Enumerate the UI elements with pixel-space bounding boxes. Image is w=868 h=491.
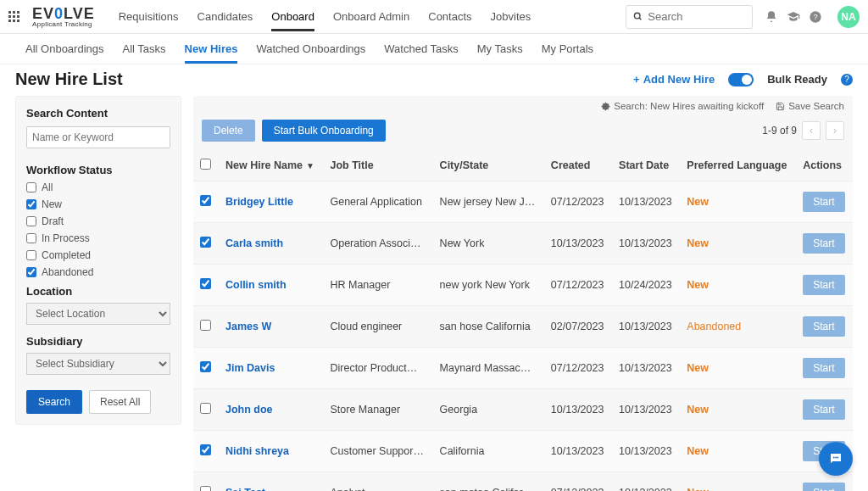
subnav-my-portals[interactable]: My Portals (542, 42, 593, 64)
table-row: Bridgey LittleGeneral ApplicationNew jer… (193, 181, 853, 223)
hire-name-link[interactable]: Collin smith (225, 279, 287, 291)
status-completed[interactable]: Completed (26, 249, 170, 261)
next-page-button[interactable]: › (826, 121, 844, 140)
svg-point-5 (835, 457, 837, 459)
subsidiary-select[interactable]: Select Subsidiary (26, 353, 170, 375)
col-lang[interactable]: Preferred Language (680, 150, 796, 181)
col-city[interactable]: City/State (433, 150, 544, 181)
status-checkbox[interactable] (26, 267, 36, 277)
status-checkbox[interactable] (26, 199, 36, 209)
col-job[interactable]: Job Title (323, 150, 432, 181)
col-created[interactable]: Created (544, 150, 612, 181)
main-panel: Search: New Hires awaiting kickoff Save … (193, 96, 853, 491)
select-all-checkbox[interactable] (200, 159, 211, 170)
nav-onboard-admin[interactable]: Onboard Admin (333, 2, 409, 31)
status-checkbox[interactable] (26, 250, 36, 260)
start-button[interactable]: Start (803, 233, 844, 254)
table-row: John doeStore ManagerGeorgia10/13/202310… (193, 389, 853, 431)
table-row: Sai TestAnalystsan mateo Califor…07/12/2… (193, 472, 853, 492)
help-icon[interactable]: ? (809, 10, 822, 24)
cell-created: 07/12/2023 (544, 181, 612, 223)
start-button[interactable]: Start (803, 483, 844, 491)
subnav-watched-tasks[interactable]: Watched Tasks (384, 42, 458, 64)
start-button[interactable]: Start (803, 358, 844, 378)
subnav-my-tasks[interactable]: My Tasks (477, 42, 523, 64)
user-avatar[interactable]: NA (837, 6, 860, 28)
cell-start: 10/13/2023 (612, 306, 680, 348)
subnav-all-tasks[interactable]: All Tasks (123, 42, 166, 64)
bulk-ready-help-icon[interactable]: ? (841, 74, 853, 86)
status-badge: Abandoned (687, 321, 741, 332)
start-button[interactable]: Start (803, 399, 844, 420)
status-badge: New (687, 404, 709, 416)
row-checkbox[interactable] (200, 195, 211, 206)
row-checkbox[interactable] (200, 486, 211, 491)
status-in-process[interactable]: In Process (26, 232, 170, 244)
hire-name-link[interactable]: John doe (225, 404, 273, 416)
save-search-link[interactable]: Save Search (776, 101, 844, 111)
keyword-input[interactable] (26, 126, 170, 148)
hire-name-link[interactable]: Carla smith (225, 237, 283, 249)
status-new[interactable]: New (26, 198, 170, 210)
subnav-all-onboardings[interactable]: All Onboardings (25, 42, 104, 64)
status-checkbox[interactable] (26, 233, 36, 243)
status-checkbox[interactable] (26, 216, 36, 226)
row-checkbox[interactable] (200, 403, 211, 414)
subnav-watched-onboardings[interactable]: Watched Onboardings (256, 42, 365, 64)
status-abandoned[interactable]: Abandoned (26, 266, 170, 278)
cell-created: 10/13/2023 (544, 431, 612, 472)
cell-created: 10/13/2023 (544, 223, 612, 265)
nav-jobvites[interactable]: Jobvites (491, 2, 531, 31)
cell-start: 10/13/2023 (612, 431, 680, 472)
graduation-icon[interactable] (787, 10, 800, 24)
row-checkbox[interactable] (200, 278, 211, 289)
page-info: 1-9 of 9 (762, 125, 797, 137)
row-checkbox[interactable] (200, 320, 211, 331)
col-name[interactable]: New Hire Name▼ (219, 150, 323, 181)
col-start[interactable]: Start Date (612, 150, 680, 181)
active-search-label[interactable]: Search: New Hires awaiting kickoff (601, 101, 764, 111)
search-button[interactable]: Search (26, 390, 82, 414)
hire-name-link[interactable]: Nidhi shreya (225, 445, 289, 457)
subsidiary-heading: Subsidiary (26, 335, 170, 348)
global-search[interactable] (626, 5, 753, 29)
add-new-hire-link[interactable]: +Add New Hire (633, 73, 715, 86)
subnav-new-hires[interactable]: New Hires (185, 42, 238, 64)
nav-onboard[interactable]: Onboard (271, 2, 314, 31)
hire-name-link[interactable]: Sai Test (225, 487, 265, 491)
cell-city: New York (433, 223, 544, 265)
row-checkbox[interactable] (200, 237, 211, 248)
cell-job: Analyst (323, 472, 432, 492)
location-select[interactable]: Select Location (26, 303, 170, 325)
nav-candidates[interactable]: Candidates (198, 2, 253, 31)
page-title: New Hire List (15, 70, 123, 89)
cell-start: 10/24/2023 (612, 265, 680, 306)
bell-icon[interactable] (765, 10, 778, 24)
row-checkbox[interactable] (200, 444, 211, 455)
hire-name-link[interactable]: James W (225, 321, 271, 332)
prev-page-button[interactable]: ‹ (802, 121, 821, 140)
row-checkbox[interactable] (200, 361, 211, 372)
nav-contacts[interactable]: Contacts (428, 2, 471, 31)
reset-all-button[interactable]: Reset All (89, 390, 151, 414)
global-search-input[interactable] (648, 10, 745, 23)
table-row: Collin smithHR Managernew york New York0… (193, 265, 853, 306)
col-actions: Actions (796, 150, 853, 181)
status-all[interactable]: All (26, 181, 170, 193)
apps-icon[interactable] (8, 11, 20, 23)
nav-requisitions[interactable]: Requisitions (119, 2, 179, 31)
cell-created: 07/12/2023 (544, 472, 612, 492)
start-bulk-onboarding-button[interactable]: Start Bulk Onboarding (262, 120, 386, 142)
status-checkbox[interactable] (26, 182, 36, 192)
cell-city: san mateo Califor… (433, 472, 544, 492)
start-button[interactable]: Start (803, 316, 844, 337)
chat-icon[interactable] (819, 442, 853, 476)
status-draft[interactable]: Draft (26, 215, 170, 227)
hire-name-link[interactable]: Bridgey Little (225, 196, 293, 208)
cell-start: 10/13/2023 (612, 389, 680, 431)
hire-name-link[interactable]: Jim Davis (225, 362, 275, 374)
start-button[interactable]: Start (803, 192, 844, 212)
bulk-ready-toggle[interactable] (728, 73, 754, 86)
start-button[interactable]: Start (803, 275, 844, 295)
delete-button[interactable]: Delete (202, 120, 255, 142)
